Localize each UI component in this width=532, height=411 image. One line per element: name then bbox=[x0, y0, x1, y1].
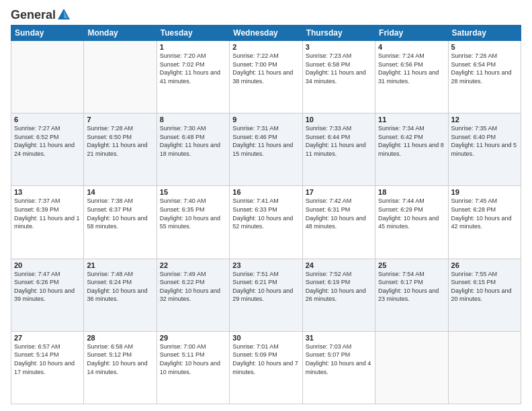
header: General bbox=[11, 8, 521, 19]
day-number: 30 bbox=[232, 334, 299, 342]
day-number: 4 bbox=[378, 43, 445, 51]
calendar-cell: 26Sunrise: 7:55 AM Sunset: 6:15 PM Dayli… bbox=[448, 259, 521, 331]
day-info: Sunrise: 6:58 AM Sunset: 5:12 PM Dayligh… bbox=[87, 342, 153, 376]
day-info: Sunrise: 7:23 AM Sunset: 6:58 PM Dayligh… bbox=[306, 52, 372, 85]
calendar-cell: 1Sunrise: 7:20 AM Sunset: 7:02 PM Daylig… bbox=[157, 41, 229, 113]
calendar-week-row: 20Sunrise: 7:47 AM Sunset: 6:26 PM Dayli… bbox=[11, 259, 521, 331]
calendar-cell: 13Sunrise: 7:37 AM Sunset: 6:39 PM Dayli… bbox=[11, 186, 84, 259]
day-number: 1 bbox=[160, 43, 226, 51]
calendar-cell: 30Sunrise: 7:01 AM Sunset: 5:09 PM Dayli… bbox=[230, 331, 302, 404]
calendar-cell: 10Sunrise: 7:33 AM Sunset: 6:44 PM Dayli… bbox=[302, 113, 375, 186]
day-number: 6 bbox=[14, 116, 81, 124]
day-number: 22 bbox=[160, 261, 226, 269]
day-number: 8 bbox=[160, 116, 226, 124]
day-number: 23 bbox=[232, 261, 299, 269]
day-header-tuesday: Tuesday bbox=[157, 26, 229, 41]
day-number: 15 bbox=[160, 188, 226, 196]
calendar-cell: 6Sunrise: 7:27 AM Sunset: 6:52 PM Daylig… bbox=[11, 113, 84, 186]
calendar-cell bbox=[375, 331, 448, 404]
day-number: 3 bbox=[306, 43, 372, 51]
calendar-cell: 9Sunrise: 7:31 AM Sunset: 6:46 PM Daylig… bbox=[230, 113, 302, 186]
day-info: Sunrise: 7:33 AM Sunset: 6:44 PM Dayligh… bbox=[306, 124, 372, 158]
day-number: 10 bbox=[306, 116, 372, 124]
calendar-cell: 23Sunrise: 7:51 AM Sunset: 6:21 PM Dayli… bbox=[230, 259, 302, 331]
day-info: Sunrise: 6:57 AM Sunset: 5:14 PM Dayligh… bbox=[14, 342, 81, 376]
calendar-cell: 3Sunrise: 7:23 AM Sunset: 6:58 PM Daylig… bbox=[302, 41, 375, 113]
day-info: Sunrise: 7:45 AM Sunset: 6:28 PM Dayligh… bbox=[451, 197, 518, 230]
day-header-monday: Monday bbox=[84, 26, 157, 41]
day-number: 19 bbox=[451, 188, 518, 196]
day-number: 21 bbox=[87, 261, 153, 269]
day-info: Sunrise: 7:35 AM Sunset: 6:40 PM Dayligh… bbox=[451, 124, 518, 158]
calendar-cell: 7Sunrise: 7:28 AM Sunset: 6:50 PM Daylig… bbox=[84, 113, 157, 186]
calendar-cell: 15Sunrise: 7:40 AM Sunset: 6:35 PM Dayli… bbox=[157, 186, 229, 259]
day-number: 31 bbox=[306, 334, 372, 342]
calendar-cell: 24Sunrise: 7:52 AM Sunset: 6:19 PM Dayli… bbox=[302, 259, 375, 331]
day-number: 13 bbox=[14, 188, 81, 196]
calendar-cell: 16Sunrise: 7:41 AM Sunset: 6:33 PM Dayli… bbox=[230, 186, 302, 259]
day-info: Sunrise: 7:30 AM Sunset: 6:48 PM Dayligh… bbox=[160, 124, 226, 158]
calendar-cell: 27Sunrise: 6:57 AM Sunset: 5:14 PM Dayli… bbox=[11, 331, 84, 404]
calendar-cell: 20Sunrise: 7:47 AM Sunset: 6:26 PM Dayli… bbox=[11, 259, 84, 331]
day-info: Sunrise: 7:31 AM Sunset: 6:46 PM Dayligh… bbox=[232, 124, 299, 158]
day-info: Sunrise: 7:24 AM Sunset: 6:56 PM Dayligh… bbox=[378, 52, 445, 85]
day-number: 24 bbox=[306, 261, 372, 269]
day-number: 7 bbox=[87, 116, 153, 124]
calendar-cell: 19Sunrise: 7:45 AM Sunset: 6:28 PM Dayli… bbox=[448, 186, 521, 259]
calendar-week-row: 13Sunrise: 7:37 AM Sunset: 6:39 PM Dayli… bbox=[11, 186, 521, 259]
day-info: Sunrise: 7:47 AM Sunset: 6:26 PM Dayligh… bbox=[14, 270, 81, 304]
calendar-header-row: SundayMondayTuesdayWednesdayThursdayFrid… bbox=[11, 26, 521, 41]
calendar-week-row: 1Sunrise: 7:20 AM Sunset: 7:02 PM Daylig… bbox=[11, 41, 521, 113]
calendar-cell: 18Sunrise: 7:44 AM Sunset: 6:29 PM Dayli… bbox=[375, 186, 448, 259]
calendar-cell: 31Sunrise: 7:03 AM Sunset: 5:07 PM Dayli… bbox=[302, 331, 375, 404]
day-number: 28 bbox=[87, 334, 153, 342]
day-number: 5 bbox=[451, 43, 518, 51]
calendar-week-row: 27Sunrise: 6:57 AM Sunset: 5:14 PM Dayli… bbox=[11, 331, 521, 404]
day-number: 12 bbox=[451, 116, 518, 124]
day-header-saturday: Saturday bbox=[448, 26, 521, 41]
logo-general: General bbox=[11, 8, 56, 22]
day-info: Sunrise: 7:26 AM Sunset: 6:54 PM Dayligh… bbox=[451, 52, 518, 85]
page: General SundayMondayTuesdayWednesdayThur… bbox=[0, 0, 532, 411]
calendar-cell: 5Sunrise: 7:26 AM Sunset: 6:54 PM Daylig… bbox=[448, 41, 521, 113]
day-info: Sunrise: 7:55 AM Sunset: 6:15 PM Dayligh… bbox=[451, 270, 518, 304]
day-info: Sunrise: 7:34 AM Sunset: 6:42 PM Dayligh… bbox=[378, 124, 445, 158]
day-number: 2 bbox=[232, 43, 299, 51]
day-number: 9 bbox=[232, 116, 299, 124]
calendar-table: SundayMondayTuesdayWednesdayThursdayFrid… bbox=[11, 25, 521, 404]
day-number: 16 bbox=[232, 188, 299, 196]
day-info: Sunrise: 7:44 AM Sunset: 6:29 PM Dayligh… bbox=[378, 197, 445, 230]
calendar-cell: 14Sunrise: 7:38 AM Sunset: 6:37 PM Dayli… bbox=[84, 186, 157, 259]
day-info: Sunrise: 7:37 AM Sunset: 6:39 PM Dayligh… bbox=[14, 197, 81, 230]
day-number: 11 bbox=[378, 116, 445, 124]
day-header-sunday: Sunday bbox=[11, 26, 84, 41]
day-info: Sunrise: 7:54 AM Sunset: 6:17 PM Dayligh… bbox=[378, 270, 445, 304]
calendar-cell bbox=[448, 331, 521, 404]
day-number: 27 bbox=[14, 334, 81, 342]
day-info: Sunrise: 7:38 AM Sunset: 6:37 PM Dayligh… bbox=[87, 197, 153, 230]
day-info: Sunrise: 7:48 AM Sunset: 6:24 PM Dayligh… bbox=[87, 270, 153, 304]
calendar-cell: 17Sunrise: 7:42 AM Sunset: 6:31 PM Dayli… bbox=[302, 186, 375, 259]
day-number: 17 bbox=[306, 188, 372, 196]
calendar-cell: 29Sunrise: 7:00 AM Sunset: 5:11 PM Dayli… bbox=[157, 331, 229, 404]
calendar-cell: 25Sunrise: 7:54 AM Sunset: 6:17 PM Dayli… bbox=[375, 259, 448, 331]
day-number: 25 bbox=[378, 261, 445, 269]
day-info: Sunrise: 7:20 AM Sunset: 7:02 PM Dayligh… bbox=[160, 52, 226, 85]
calendar-week-row: 6Sunrise: 7:27 AM Sunset: 6:52 PM Daylig… bbox=[11, 113, 521, 186]
calendar-cell bbox=[11, 41, 84, 113]
day-info: Sunrise: 7:03 AM Sunset: 5:07 PM Dayligh… bbox=[306, 342, 372, 376]
calendar-cell: 4Sunrise: 7:24 AM Sunset: 6:56 PM Daylig… bbox=[375, 41, 448, 113]
calendar-cell: 2Sunrise: 7:22 AM Sunset: 7:00 PM Daylig… bbox=[230, 41, 302, 113]
day-info: Sunrise: 7:42 AM Sunset: 6:31 PM Dayligh… bbox=[306, 197, 372, 230]
day-header-thursday: Thursday bbox=[302, 26, 375, 41]
day-number: 29 bbox=[160, 334, 226, 342]
day-info: Sunrise: 7:22 AM Sunset: 7:00 PM Dayligh… bbox=[232, 52, 299, 85]
day-number: 14 bbox=[87, 188, 153, 196]
day-info: Sunrise: 7:49 AM Sunset: 6:22 PM Dayligh… bbox=[160, 270, 226, 304]
day-info: Sunrise: 7:27 AM Sunset: 6:52 PM Dayligh… bbox=[14, 124, 81, 158]
day-number: 20 bbox=[14, 261, 81, 269]
day-info: Sunrise: 7:00 AM Sunset: 5:11 PM Dayligh… bbox=[160, 342, 226, 376]
logo: General bbox=[11, 8, 71, 19]
calendar-cell: 28Sunrise: 6:58 AM Sunset: 5:12 PM Dayli… bbox=[84, 331, 157, 404]
day-info: Sunrise: 7:51 AM Sunset: 6:21 PM Dayligh… bbox=[232, 270, 299, 304]
